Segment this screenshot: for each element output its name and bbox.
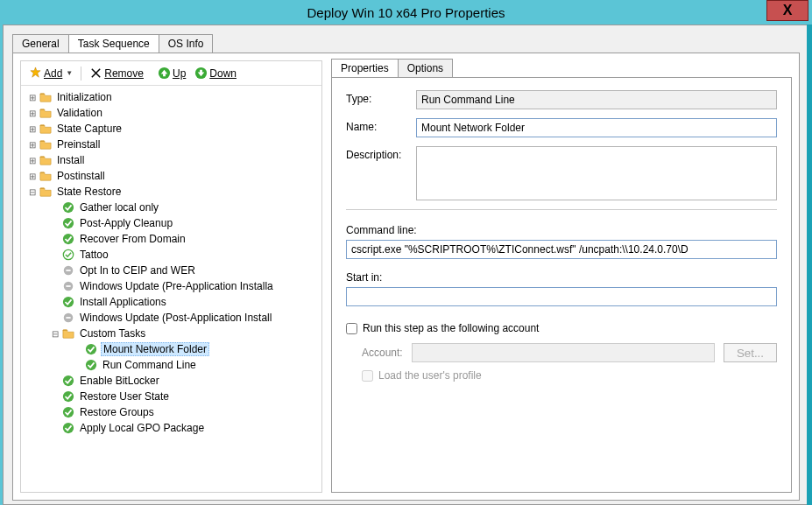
tree-node-restore-groups[interactable]: Restore Groups xyxy=(23,404,320,420)
folder-icon xyxy=(39,90,53,104)
add-label: Add xyxy=(44,67,62,80)
tree-node-recover[interactable]: Recover From Domain xyxy=(23,231,320,247)
tab-general-label: General xyxy=(22,38,60,50)
set-button: Set... xyxy=(724,343,777,362)
right-column: Properties Options Type: Run Command Lin… xyxy=(331,60,792,493)
tree-node-post-apply[interactable]: Post-Apply Cleanup xyxy=(23,215,320,231)
tree-node-postinstall[interactable]: ⊞Postinstall xyxy=(23,168,320,184)
tab-os-label: OS Info xyxy=(168,38,204,50)
tree-node-state-capture[interactable]: ⊞State Capture xyxy=(23,121,320,137)
folder-icon xyxy=(39,185,53,199)
task-tree[interactable]: ⊞Initialization ⊞Validation ⊞State Captu… xyxy=(21,86,321,492)
properties-panel: Type: Run Command Line Name: Description… xyxy=(331,77,792,493)
tree-node-run-cmd[interactable]: Run Command Line xyxy=(23,357,320,373)
expander-icon[interactable]: ⊞ xyxy=(26,170,39,182)
tree-node-tattoo[interactable]: Tattoo xyxy=(23,247,320,263)
disabled-icon xyxy=(61,279,75,293)
tree-node-initialization[interactable]: ⊞Initialization xyxy=(23,89,320,105)
tree-node-validation[interactable]: ⊞Validation xyxy=(23,105,320,121)
runas-checkbox[interactable] xyxy=(346,323,357,334)
tree-node-restore-user[interactable]: Restore User State xyxy=(23,389,320,404)
startin-label: Start in: xyxy=(346,271,777,284)
description-label: Description: xyxy=(346,146,416,161)
tree-node-preinstall[interactable]: ⊞Preinstall xyxy=(23,137,320,152)
command-line-input[interactable] xyxy=(346,240,777,259)
tree-node-custom-tasks[interactable]: ⊟Custom Tasks xyxy=(23,326,320,341)
expander-icon[interactable]: ⊞ xyxy=(26,107,39,119)
frame-edge xyxy=(807,25,812,505)
remove-button[interactable]: Remove xyxy=(87,65,146,81)
expander-icon[interactable]: ⊞ xyxy=(26,91,39,103)
window-title: Deploy Win 10 x64 Pro Properties xyxy=(307,5,505,20)
node-label: Restore Groups xyxy=(78,406,156,418)
check-icon xyxy=(61,421,75,435)
tab-properties-label: Properties xyxy=(341,62,389,74)
node-label: Apply Local GPO Package xyxy=(78,422,206,434)
description-input[interactable] xyxy=(416,146,777,200)
tree-node-apply-gpo[interactable]: Apply Local GPO Package xyxy=(23,420,320,436)
svg-marker-0 xyxy=(31,67,40,77)
tab-os-info[interactable]: OS Info xyxy=(159,34,214,53)
type-value: Run Command Line xyxy=(416,90,777,109)
tree-node-wu-post[interactable]: Windows Update (Post-Application Install xyxy=(23,310,320,326)
inner-tabstrip: Properties Options xyxy=(331,59,792,77)
check-icon xyxy=(61,216,75,230)
expander-icon[interactable]: ⊞ xyxy=(26,154,39,166)
outer-tabstrip: General Task Sequence OS Info xyxy=(12,34,800,53)
add-button[interactable]: Add ▼ xyxy=(26,65,75,81)
dropdown-arrow-icon: ▼ xyxy=(66,69,73,77)
expander-icon[interactable]: ⊞ xyxy=(26,138,39,151)
node-label: Initialization xyxy=(55,91,114,103)
node-label: Run Command Line xyxy=(101,359,198,371)
close-icon: X xyxy=(783,3,793,18)
window-frame: Deploy Win 10 x64 Pro Properties X Gener… xyxy=(0,0,812,505)
expander-icon[interactable]: ⊟ xyxy=(49,327,61,340)
down-label: Down xyxy=(209,67,237,80)
check-icon xyxy=(84,358,98,372)
folder-icon xyxy=(39,169,53,183)
load-profile-checkbox xyxy=(362,370,373,382)
tree-node-install-apps[interactable]: Install Applications xyxy=(23,294,320,310)
set-button-label: Set... xyxy=(737,347,764,360)
down-button[interactable]: Down xyxy=(192,65,239,81)
tree-node-wu-pre[interactable]: Windows Update (Pre-Application Installa xyxy=(23,278,320,294)
folder-icon xyxy=(39,122,53,136)
tree-toolbar: Add ▼ Remove Up Down xyxy=(21,61,321,86)
name-input[interactable] xyxy=(416,118,777,137)
up-label: Up xyxy=(173,67,186,80)
close-button[interactable]: X xyxy=(766,0,808,21)
check-icon xyxy=(61,405,75,419)
titlebar: Deploy Win 10 x64 Pro Properties X xyxy=(0,0,812,25)
tree-node-mount-network[interactable]: Mount Network Folder xyxy=(23,341,320,357)
toolbar-separator xyxy=(81,67,81,81)
expander-icon[interactable]: ⊟ xyxy=(26,186,39,198)
node-label: Post-Apply Cleanup xyxy=(78,217,174,229)
folder-icon xyxy=(39,153,53,167)
node-label: Tattoo xyxy=(78,249,110,261)
left-column: Add ▼ Remove Up Down xyxy=(20,60,322,493)
up-button[interactable]: Up xyxy=(155,65,188,81)
tree-node-optin[interactable]: Opt In to CEIP and WER xyxy=(23,263,320,278)
type-label: Type: xyxy=(346,90,416,105)
node-label: Gather local only xyxy=(78,201,160,214)
expander-icon[interactable]: ⊞ xyxy=(26,123,39,135)
startin-input[interactable] xyxy=(346,287,777,306)
divider xyxy=(346,209,777,210)
tree-node-install[interactable]: ⊞Install xyxy=(23,152,320,168)
tab-options[interactable]: Options xyxy=(398,59,453,77)
tab-task-sequence[interactable]: Task Sequence xyxy=(68,34,159,53)
tree-node-bitlocker[interactable]: Enable BitLocker xyxy=(23,373,320,389)
tree-node-state-restore[interactable]: ⊟State Restore xyxy=(23,184,320,200)
tree-node-gather-local[interactable]: Gather local only xyxy=(23,200,320,215)
add-star-icon xyxy=(29,67,42,80)
check-hollow-icon xyxy=(61,248,75,262)
tab-general[interactable]: General xyxy=(12,34,69,53)
node-label: Windows Update (Pre-Application Installa xyxy=(78,280,275,292)
check-icon xyxy=(84,342,98,356)
check-icon xyxy=(61,200,75,214)
tab-ts-label: Task Sequence xyxy=(78,38,150,50)
node-label: Validation xyxy=(55,107,104,119)
node-label: State Restore xyxy=(55,186,123,198)
tab-properties[interactable]: Properties xyxy=(331,59,399,77)
account-field xyxy=(412,343,715,362)
